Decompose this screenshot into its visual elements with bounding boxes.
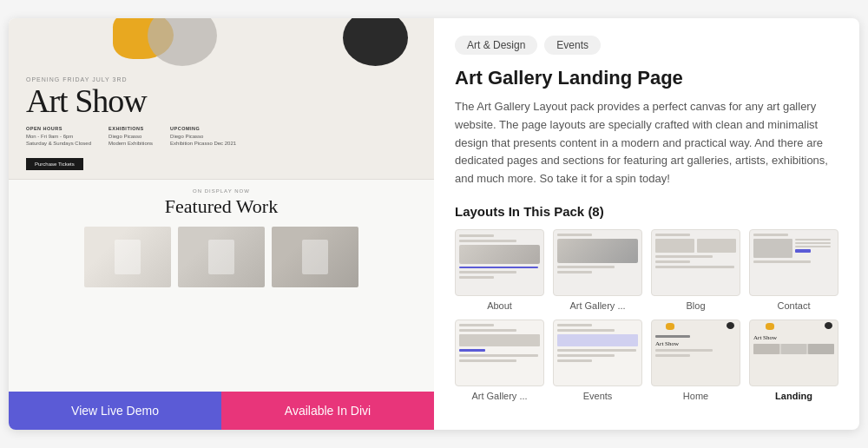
layout-thumb-landing: Art Show — [749, 320, 838, 386]
layout-thumb-contact — [749, 229, 838, 296]
layout-thumb-about — [455, 229, 544, 296]
featured-work-section: ON DISPLAY NOW Featured Work — [9, 180, 434, 296]
info-exhibitions: EXHIBITIONS Diego Picasso Modern Exhibit… — [108, 126, 153, 147]
tag-events[interactable]: Events — [544, 36, 601, 55]
left-panel: OPENING FRIDAY JULY 3RD Art Show OPEN HO… — [9, 18, 434, 430]
product-description: The Art Gallery Layout pack provides a p… — [455, 98, 838, 188]
upcoming-line2: Exhibition Picasso Dec 2021 — [170, 140, 236, 147]
purchase-tickets-button[interactable]: Purchase Tickets — [26, 158, 83, 170]
opening-text: OPENING FRIDAY JULY 3RD — [26, 76, 417, 82]
art-show-title: Art Show — [26, 84, 417, 117]
layout-item-about[interactable]: About — [455, 229, 544, 311]
layout-label-blog: Blog — [686, 300, 705, 311]
available-in-divi-button[interactable]: Available In Divi — [221, 392, 434, 430]
artwork-thumb-2 — [178, 227, 265, 287]
layout-item-artgallery[interactable]: Art Gallery ... — [553, 229, 642, 311]
info-hours: OPEN HOURS Mon - Fri 9am - 6pm Saturday … — [26, 126, 91, 147]
layout-label-events: Events — [583, 391, 613, 401]
layouts-title: Layouts In This Pack (8) — [455, 204, 838, 219]
artwork-thumb-3 — [272, 227, 358, 287]
layout-thumb-artgallery — [553, 229, 642, 296]
right-panel: Art & Design Events Art Gallery Landing … — [434, 18, 859, 430]
layout-thumb-blog — [651, 229, 740, 296]
hours-label: OPEN HOURS — [26, 126, 91, 133]
view-live-demo-button[interactable]: View Live Demo — [9, 392, 221, 430]
artwork-thumb-1 — [84, 227, 171, 287]
exhibitions-line1: Diego Picasso — [108, 133, 153, 140]
layout-label-landing: Landing — [775, 391, 812, 401]
tag-art-design[interactable]: Art & Design — [455, 36, 537, 55]
tags-container: Art & Design Events — [455, 36, 838, 55]
main-card: OPENING FRIDAY JULY 3RD Art Show OPEN HO… — [9, 18, 859, 430]
action-buttons: View Live Demo Available In Divi — [9, 392, 434, 430]
artwork-thumbnails — [26, 227, 417, 287]
layout-label-contact: Contact — [778, 300, 811, 311]
layout-item-home[interactable]: Art Show Home — [651, 320, 740, 401]
exhibitions-label: EXHIBITIONS — [108, 126, 153, 133]
art-show-section: OPENING FRIDAY JULY 3RD Art Show OPEN HO… — [9, 18, 434, 180]
layout-thumb-events — [553, 320, 642, 386]
layout-thumb-home: Art Show — [651, 320, 740, 386]
art-show-info: OPEN HOURS Mon - Fri 9am - 6pm Saturday … — [26, 126, 417, 147]
product-title: Art Gallery Landing Page — [455, 67, 838, 89]
layout-label-artgallery2: Art Gallery ... — [471, 391, 527, 401]
layout-item-events[interactable]: Events — [553, 320, 642, 401]
art-show-content: OPENING FRIDAY JULY 3RD Art Show OPEN HO… — [26, 29, 417, 170]
info-upcoming: UPCOMING Diego Picasso Exhibition Picass… — [170, 126, 236, 147]
layout-label-home: Home — [683, 391, 708, 401]
layout-thumb-artgallery2 — [455, 320, 544, 386]
upcoming-line1: Diego Picasso — [170, 133, 236, 140]
hours-line2: Saturday & Sundays Closed — [26, 140, 91, 147]
layout-label-about: About — [487, 300, 512, 311]
hours-line1: Mon - Fri 9am - 6pm — [26, 133, 91, 140]
preview-area: OPENING FRIDAY JULY 3RD Art Show OPEN HO… — [9, 18, 434, 392]
layout-item-contact[interactable]: Contact — [749, 229, 838, 311]
layout-item-landing[interactable]: Art Show Landing — [749, 320, 838, 401]
featured-title: Featured Work — [26, 195, 417, 218]
upcoming-label: UPCOMING — [170, 126, 236, 133]
on-display-text: ON DISPLAY NOW — [26, 188, 417, 194]
exhibitions-line2: Modern Exhibitions — [108, 140, 153, 147]
layout-item-artgallery2[interactable]: Art Gallery ... — [455, 320, 544, 401]
layout-item-blog[interactable]: Blog — [651, 229, 740, 311]
layouts-grid: About Art Gallery ... — [455, 229, 838, 402]
layout-label-artgallery: Art Gallery ... — [569, 300, 625, 311]
